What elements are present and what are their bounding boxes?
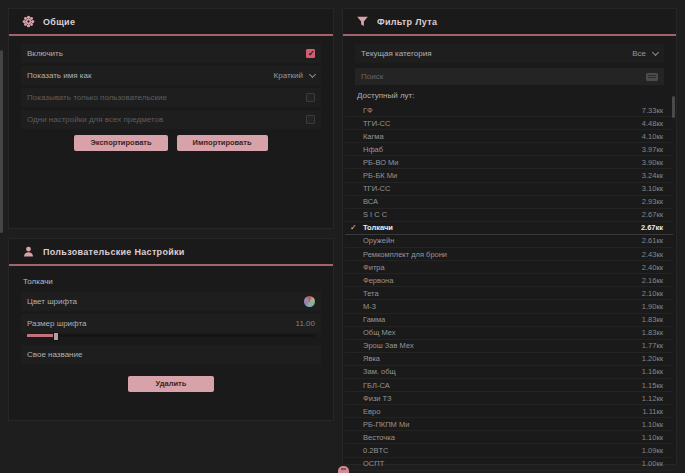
list-item[interactable]: ✓ М-3 1.90кк [345,300,673,313]
list-item[interactable]: ✓ Фитра 2.40кк [345,261,673,274]
list-item[interactable]: ✓ Зам. общ 1.16кк [345,366,673,379]
name-mode-value: Краткий [274,71,303,80]
font-size-label: Размер шрифта [27,319,86,328]
loot-item-value: 2.40кк [642,263,663,272]
list-item[interactable]: ✓ РБ-БК Ми 3.24кк [345,169,673,182]
loot-item-value: 1.00кк [642,459,663,468]
list-item[interactable]: ✓ Физи ТЗ 1.12кк [345,392,673,405]
list-item[interactable]: ✓ Фервона 2.16кк [345,274,673,287]
list-item[interactable]: ✓ Ремкомплект для брони 2.43кк [345,248,673,261]
import-button[interactable]: Импортировать [177,135,268,151]
font-color-label: Цвет шрифта [27,297,77,306]
loot-item-value: 7.33кк [642,106,663,115]
loot-filter-panel-title: Фильтр Лута [377,17,437,27]
category-select[interactable]: Все [632,49,658,58]
list-item[interactable]: ✓ 0.2BTC 1.09кк [345,444,673,457]
general-panel: Общие Включить Показать имя как Краткий … [8,8,334,229]
window-scrollbar[interactable] [0,50,3,233]
loot-item-value: 1.12кк [642,394,663,403]
user-settings-panel-header: Пользовательские Настройки [9,239,333,266]
loot-item-name: Общ Мех [363,328,395,337]
list-item[interactable]: ✓ Толкачи 2.67кк [345,222,673,235]
loot-list-scrollbar[interactable] [672,96,675,118]
export-button[interactable]: Экспортировать [74,135,167,151]
slider-handle[interactable] [53,332,59,341]
list-item[interactable]: ✓ Оружейн 2.61кк [345,235,673,248]
list-item[interactable]: ✓ ТГИ-СС 3.10кк [345,183,673,196]
loot-item-name: Толкачи [363,223,393,232]
loot-item-value: 3.10кк [642,184,663,193]
loot-item-name: Явка [363,354,380,363]
loot-item-value: 1.83кк [642,315,663,324]
loot-item-value: 3.97кк [642,145,663,154]
loot-item-name: 0.2BTC [363,446,388,455]
user-settings-panel: Пользовательские Настройки Толкачи Цвет … [8,238,334,421]
list-item[interactable]: ✓ Явка 1.20кк [345,353,673,366]
loot-item-value: 2.16кк [642,276,663,285]
font-size-row: Размер шрифта 11.00 [21,314,321,333]
loot-item-value: 1.09кк [642,446,663,455]
list-item[interactable]: ✓ ГФ 7.33кк [345,104,673,117]
same-settings-checkbox[interactable] [306,115,315,124]
font-color-row: Цвет шрифта [21,292,321,311]
only-custom-checkbox[interactable] [306,93,315,102]
list-item[interactable]: ✓ Евро 1.11кк [345,405,673,418]
bottom-handle-icon[interactable] [338,466,349,473]
check-icon: ✓ [350,223,357,232]
loot-item-name: ТГИ-СС [363,184,390,193]
loot-item-name: Оружейн [363,236,394,245]
category-label: Текущая категория [361,49,431,58]
loot-item-name: Фитра [363,263,385,272]
loot-item-name: ГФ [363,106,373,115]
setting-row-enable: Включить [21,44,321,63]
gear-icon [22,15,35,28]
loot-item-name: Тета [363,289,379,298]
list-item[interactable]: ✓ Гамма 1.83кк [345,314,673,327]
loot-item-name: ТГИ-СС [363,119,390,128]
loot-item-name: РБ-ПКПМ Ми [363,420,409,429]
list-item[interactable]: ✓ ГБЛ-СА 1.15кк [345,379,673,392]
general-panel-header: Общие [9,9,333,36]
list-item[interactable]: ✓ Нфаб 3.97кк [345,143,673,156]
loot-item-value: 1.20кк [642,354,663,363]
list-item[interactable]: ✓ Тета 2.10кк [345,287,673,300]
only-custom-label: Показывать только пользовательские [27,93,167,102]
enable-checkbox[interactable] [306,49,315,58]
loot-item-name: Ремкомплект для брони [363,250,447,259]
list-item[interactable]: ✓ РБ-ПКПМ Ми 1.10кк [345,418,673,431]
list-item[interactable]: ✓ Кагма 4.10кк [345,130,673,143]
user-settings-panel-title: Пользовательские Настройки [43,247,185,257]
loot-item-name: Евро [363,407,380,416]
custom-name-input[interactable]: Свое название [21,345,321,364]
list-item[interactable]: ✓ S I C C 2.67кк [345,209,673,222]
name-mode-select[interactable]: Краткий [274,71,315,80]
loot-item-value: 2.61кк [642,236,663,245]
loot-item-value: 2.93кк [642,197,663,206]
keyboard-icon[interactable] [646,73,658,81]
user-icon [22,245,35,258]
loot-item-name: Физи ТЗ [363,394,392,403]
color-wheel-icon[interactable] [304,296,315,307]
loot-item-name: Фервона [363,276,393,285]
font-size-slider[interactable] [27,334,315,337]
list-item[interactable]: ✓ ОСПТ 1.00кк [345,458,673,471]
loot-item-value: 3.24кк [642,171,663,180]
loot-item-name: Весточка [363,433,395,442]
setting-row-same-settings: Одни настройки для всех предметов [21,110,321,129]
list-item[interactable]: ✓ Общ Мех 1.83кк [345,327,673,340]
list-item[interactable]: ✓ Эрош Зав Мех 1.77кк [345,340,673,353]
loot-item-value: 2.10кк [642,289,663,298]
list-item[interactable]: ✓ Весточка 1.10кк [345,431,673,444]
loot-item-name: Кагма [363,132,384,141]
delete-button[interactable]: Удалить [128,376,215,392]
same-settings-label: Одни настройки для всех предметов [27,115,163,124]
loot-item-name: Гамма [363,315,385,324]
list-item[interactable]: ✓ ТГИ-СС 4.48кк [345,117,673,130]
available-loot-label: Доступный лут: [357,91,662,100]
list-item[interactable]: ✓ РБ-ВО Ми 3.90кк [345,156,673,169]
search-placeholder: Поиск [361,72,383,81]
loot-item-name: Зам. общ [363,367,396,376]
search-input[interactable]: Поиск [355,68,664,85]
loot-item-name: ОСПТ [363,459,384,468]
list-item[interactable]: ✓ ВСА 2.93кк [345,196,673,209]
